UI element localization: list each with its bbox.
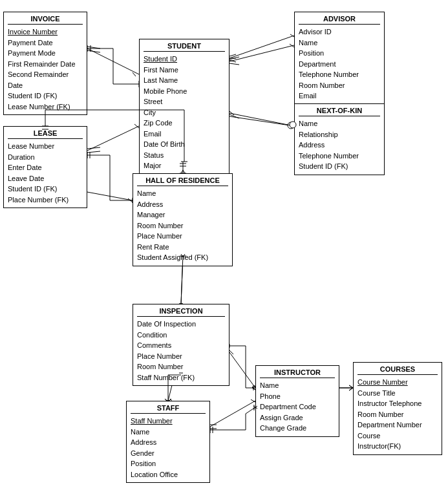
svg-line-5 — [87, 147, 100, 149]
staff-entity: STAFF Staff Number Name Address Gender P… — [126, 401, 210, 483]
advisor-attrs: Advisor ID Name Position Department Tele… — [299, 27, 380, 101]
attr-lease-number: Lease Number — [8, 141, 83, 152]
attr-hall-name: Name — [137, 188, 228, 199]
attr-last-name: Last Name — [144, 75, 225, 86]
attr-staff-position: Position — [131, 458, 206, 469]
attr-insp-place: Place Number — [137, 351, 225, 362]
lease-attrs: Lease Number Duration Enter Date Leave D… — [8, 141, 83, 205]
svg-line-1 — [87, 47, 100, 48]
attr-adv-name: Name — [299, 37, 380, 48]
attr-staff-location: Location Office — [131, 469, 206, 480]
svg-line-0 — [87, 48, 139, 74]
attr-adv-tel: Telephone Number — [299, 69, 380, 80]
svg-line-3 — [133, 72, 136, 76]
attr-dob: Date Of Birth — [144, 139, 225, 150]
attr-insp-date: Date Of Inspection — [137, 319, 225, 330]
attr-staff-number: Staff Number — [131, 416, 206, 427]
attr-hall-manager: Manager — [137, 209, 228, 220]
instructor-title: INSTRUCTOR — [260, 368, 335, 378]
attr-course-room: Room Number — [357, 409, 438, 420]
svg-line-29 — [229, 352, 255, 388]
attr-hall-rent: Rent Rate — [137, 242, 228, 253]
attr-street: Street — [144, 96, 225, 107]
attr-insp-comments: Comments — [137, 340, 225, 351]
attr-staff-gender: Gender — [131, 448, 206, 459]
attr-adv-room: Room Number — [299, 80, 380, 91]
attr-first-name: First Name — [144, 65, 225, 76]
attr-duration: Duration — [8, 152, 83, 163]
attr-nok-address: Address — [299, 140, 380, 151]
attr-hall-room: Room Number — [137, 220, 228, 231]
attr-inst-phone: Phone — [260, 391, 335, 402]
attr-staff-address: Address — [131, 437, 206, 448]
lease-entity: LEASE Lease Number Duration Enter Date L… — [3, 126, 87, 208]
attr-inst-dept: Department Code — [260, 401, 335, 412]
attr-payment-date: Payment Date — [8, 37, 83, 48]
attr-inst-assign: Assign Grade — [260, 412, 335, 423]
courses-entity: COURSES Course Number Course Title Instr… — [353, 362, 442, 455]
attr-hall-student-fk: Student Assigned (FK) — [137, 252, 228, 263]
svg-line-41 — [251, 399, 255, 402]
staff-title: STAFF — [131, 404, 206, 414]
attr-adv-email: Email — [299, 91, 380, 101]
attr-course-inst-tel: Instructor Telephone — [357, 398, 438, 409]
attr-city: City — [144, 107, 225, 118]
svg-line-6 — [87, 151, 100, 153]
attr-student-id-fk: Student ID (FK) — [8, 91, 83, 101]
attr-first-remainder: First Remainder Date — [8, 59, 83, 70]
attr-place-number-fk: Place Number (FK) — [8, 195, 83, 206]
svg-line-23 — [128, 198, 133, 202]
attr-advisor-id: Advisor ID — [299, 27, 380, 37]
attr-hall-address: Address — [137, 199, 228, 210]
nextofkin-attrs: Name Relationship Address Telephone Numb… — [299, 118, 380, 172]
attr-course-title: Course Title — [357, 388, 438, 399]
attr-adv-position: Position — [299, 48, 380, 59]
svg-line-11 — [290, 44, 294, 47]
invoice-entity: INVOICE Invoice Number Payment Date Paym… — [3, 12, 87, 115]
svg-line-58 — [229, 111, 234, 115]
attr-nok-student-fk: Student ID (FK) — [299, 161, 380, 172]
attr-course-inst-fk: Instructor(FK) — [357, 441, 438, 452]
svg-line-10 — [229, 63, 239, 65]
svg-line-14 — [229, 114, 239, 118]
svg-line-53 — [229, 60, 236, 62]
attr-leave-date: Leave Date — [8, 173, 83, 184]
svg-line-56 — [229, 113, 294, 126]
attr-mobile-phone: Mobile Phone — [144, 86, 225, 97]
inspection-title: INSPECTION — [137, 307, 225, 317]
erd-diagram: INVOICE Invoice Number Payment Date Paym… — [0, 0, 448, 490]
hall-attrs: Name Address Manager Room Number Place N… — [137, 188, 228, 263]
svg-line-8 — [229, 45, 294, 61]
attr-zip-code: Zip Code — [144, 118, 225, 129]
attr-major: Major — [144, 160, 225, 171]
hall-entity: HALL OF RESIDENCE Name Address Manager R… — [133, 173, 233, 266]
svg-line-4 — [87, 126, 139, 151]
attr-email: Email — [144, 129, 225, 140]
courses-attrs: Course Number Course Title Instructor Te… — [357, 377, 438, 452]
attr-student-id: Student ID — [144, 54, 225, 65]
advisor-entity: ADVISOR Advisor ID Name Position Departm… — [294, 12, 385, 105]
attr-hall-place: Place Number — [137, 231, 228, 242]
attr-course-dept: Department Number — [357, 420, 438, 431]
nextofkin-entity: NEXT-OF-KIN Name Relationship Address Te… — [294, 103, 385, 175]
svg-line-30 — [229, 350, 233, 354]
invoice-attrs: Invoice Number Payment Date Payment Mode… — [8, 27, 83, 112]
instructor-entity: INSTRUCTOR Name Phone Department Code As… — [255, 365, 339, 437]
inspection-entity: INSPECTION Date Of Inspection Condition … — [133, 304, 229, 386]
attr-inst-change: Change Grade — [260, 423, 335, 434]
attr-insp-staff-fk: Staff Number (FK) — [137, 372, 225, 383]
svg-line-2 — [87, 50, 100, 52]
staff-attrs: Staff Number Name Address Gender Positio… — [131, 416, 206, 480]
attr-adv-dept: Department — [299, 59, 380, 70]
svg-line-9 — [229, 57, 239, 59]
instructor-attrs: Name Phone Department Code Assign Grade … — [260, 380, 335, 434]
svg-line-7 — [134, 124, 139, 128]
attr-status: Status — [144, 150, 225, 161]
attr-inst-name: Name — [260, 380, 335, 391]
attr-invoice-number: Invoice Number — [8, 27, 83, 37]
attr-nok-tel: Telephone Number — [299, 151, 380, 162]
svg-line-38 — [210, 401, 255, 427]
inspection-attrs: Date Of Inspection Condition Comments Pl… — [137, 319, 225, 383]
attr-insp-room: Room Number — [137, 361, 225, 372]
attr-nok-relationship: Relationship — [299, 129, 380, 140]
